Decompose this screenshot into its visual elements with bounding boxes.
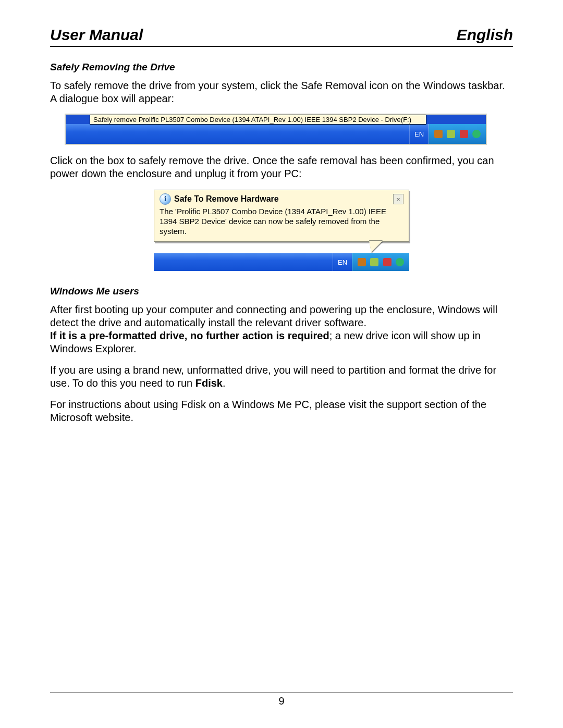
page-footer: 9: [50, 693, 513, 707]
language-indicator[interactable]: EN: [409, 124, 429, 144]
header-title-left: User Manual: [50, 26, 143, 44]
balloon-body-text: The 'Prolific PL3507 Combo Device (1394 …: [160, 207, 403, 236]
notification-balloon: i Safe To Remove Hardware × The 'Prolifi…: [154, 190, 409, 242]
screenshot-safe-removal-tooltip: Safely remove Prolific PL3507 Combo Devi…: [65, 114, 487, 145]
windows-taskbar: EN: [66, 124, 486, 144]
paragraph-text: .: [223, 377, 226, 389]
taskbar-spacer: [66, 124, 409, 144]
info-icon: i: [160, 193, 171, 205]
section-title-safely-removing: Safely Removing the Drive: [50, 61, 513, 73]
paragraph: If you are using a brand new, unformatte…: [50, 364, 513, 390]
paragraph-bold: If it is a pre-formatted drive, no furth…: [50, 330, 329, 341]
paragraph: For instructions about using Fdisk on a …: [50, 398, 513, 424]
safe-removal-tooltip[interactable]: Safely remove Prolific PL3507 Combo Devi…: [90, 115, 426, 125]
tray-icon[interactable]: [370, 258, 378, 266]
taskbar-spacer: [154, 253, 333, 271]
paragraph-text: If you are using a brand new, unformatte…: [50, 364, 496, 389]
page: User Manual English Safely Removing the …: [0, 0, 563, 728]
section-title-windows-me: Windows Me users: [50, 286, 513, 297]
tray-icon[interactable]: [396, 258, 404, 266]
balloon-title: Safe To Remove Hardware: [174, 194, 390, 204]
page-header: User Manual English: [50, 26, 513, 47]
language-indicator[interactable]: EN: [333, 253, 352, 271]
screenshot-safe-to-remove-balloon: i Safe To Remove Hardware × The 'Prolifi…: [50, 190, 513, 271]
page-number: 9: [278, 695, 284, 707]
tray-icon[interactable]: [358, 258, 366, 266]
paragraph: After first booting up your computer and…: [50, 303, 513, 355]
system-tray: [429, 124, 486, 144]
paragraph-bold: Fdisk: [195, 377, 223, 389]
header-title-right: English: [457, 26, 513, 44]
balloon-tail: [369, 241, 383, 252]
windows-taskbar: EN: [154, 253, 409, 271]
paragraph-text: After first booting up your computer and…: [50, 304, 497, 328]
safe-removal-icon[interactable]: [383, 258, 391, 266]
tray-icon[interactable]: [447, 130, 455, 138]
safe-removal-icon[interactable]: [460, 130, 468, 138]
paragraph: Click on the box to safely remove the dr…: [50, 154, 513, 180]
close-icon[interactable]: ×: [393, 194, 403, 204]
tray-icon[interactable]: [434, 130, 443, 138]
paragraph: To safely remove the drive from your sys…: [50, 79, 513, 105]
system-tray: [352, 253, 409, 271]
tray-icon[interactable]: [472, 130, 481, 138]
